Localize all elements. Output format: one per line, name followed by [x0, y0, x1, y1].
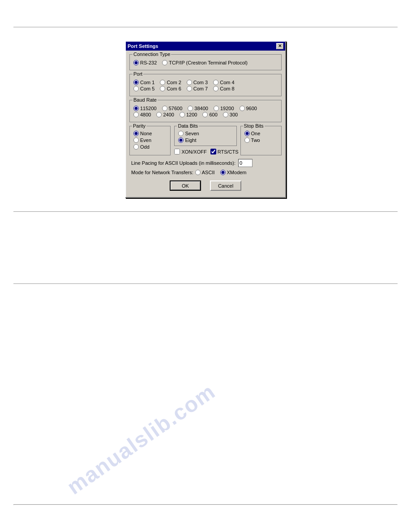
- baud-57600-label: 57600: [169, 106, 183, 111]
- parity-content: None Even Odd: [133, 131, 167, 150]
- baud-38400-option[interactable]: 38400: [188, 106, 208, 111]
- xmodem-mode-label: XModem: [227, 170, 247, 175]
- baud-4800-option[interactable]: 4800: [133, 112, 151, 117]
- tcpip-option[interactable]: TCP/IP (Crestron Terminal Protocol): [162, 60, 248, 65]
- parity-none-option[interactable]: None: [133, 131, 163, 136]
- parity-even-option[interactable]: Even: [133, 137, 163, 143]
- baud-row-2: 4800 2400 1200 600: [133, 112, 278, 117]
- one-stop-label: One: [251, 131, 261, 136]
- baud-9600-option[interactable]: 9600: [240, 106, 257, 111]
- rts-cts-checkbox[interactable]: [210, 149, 216, 154]
- parity-even-label: Even: [140, 137, 151, 143]
- baud-19200-option[interactable]: 19200: [214, 106, 234, 111]
- eight-bits-option[interactable]: Eight: [178, 137, 229, 143]
- xon-xoff-label: XON/XOFF: [181, 149, 206, 154]
- com1-radio[interactable]: [133, 80, 139, 85]
- port-row-2: Com 5 Com 6 Com 7 Com 8: [133, 86, 278, 91]
- ascii-mode-radio[interactable]: [195, 170, 201, 175]
- baud-300-label: 300: [230, 112, 238, 117]
- two-stop-radio[interactable]: [244, 137, 250, 143]
- baud-115200-radio[interactable]: [133, 106, 139, 111]
- parity-none-radio[interactable]: [133, 131, 139, 136]
- baud-2400-option[interactable]: 2400: [156, 112, 174, 117]
- baud-600-option[interactable]: 600: [202, 112, 217, 117]
- rs232-radio[interactable]: [133, 60, 139, 65]
- com4-option[interactable]: Com 4: [213, 80, 234, 85]
- rts-cts-option[interactable]: RTS/CTS: [210, 149, 239, 154]
- baud-600-radio[interactable]: [202, 112, 208, 117]
- parity-even-radio[interactable]: [133, 137, 139, 143]
- baud-4800-radio[interactable]: [133, 112, 139, 117]
- two-stop-option[interactable]: Two: [244, 137, 274, 143]
- com5-label: Com 5: [140, 86, 154, 91]
- baud-57600-option[interactable]: 57600: [162, 106, 183, 111]
- one-stop-option[interactable]: One: [244, 131, 274, 136]
- network-mode-row: Mode for Network Transfers: ASCII XModem: [129, 170, 282, 175]
- com4-radio[interactable]: [213, 80, 218, 85]
- com7-radio[interactable]: [187, 86, 192, 91]
- com5-radio[interactable]: [133, 86, 139, 91]
- baud-19200-radio[interactable]: [214, 106, 219, 111]
- baud-300-option[interactable]: 300: [223, 112, 238, 117]
- databits-flow-col: Data Bits Seven Eight: [174, 126, 238, 155]
- line-pacing-label: Line Pacing for ASCII Uploads (in millis…: [131, 160, 235, 166]
- com7-label: Com 7: [193, 86, 208, 91]
- parity-odd-option[interactable]: Odd: [133, 144, 163, 150]
- com2-radio[interactable]: [160, 80, 165, 85]
- baud-57600-radio[interactable]: [162, 106, 167, 111]
- baud-600-label: 600: [209, 112, 217, 117]
- com3-option[interactable]: Com 3: [187, 80, 208, 85]
- line-pacing-row: Line Pacing for ASCII Uploads (in millis…: [129, 159, 282, 167]
- data-bits-label: Data Bits: [177, 123, 199, 129]
- com3-radio[interactable]: [187, 80, 192, 85]
- connection-type-group: Connection Type RS-232 TCP/IP (Crestron …: [129, 54, 282, 70]
- com2-option[interactable]: Com 2: [160, 80, 181, 85]
- tcpip-radio[interactable]: [162, 60, 167, 65]
- baud-300-radio[interactable]: [223, 112, 228, 117]
- baud-rate-label: Baud Rate: [133, 97, 158, 103]
- xmodem-mode-radio[interactable]: [220, 170, 226, 175]
- baud-9600-radio[interactable]: [240, 106, 245, 111]
- com6-option[interactable]: Com 6: [160, 86, 181, 91]
- tcpip-label: TCP/IP (Crestron Terminal Protocol): [169, 60, 248, 65]
- dialog-titlebar: Port Settings ✕: [126, 42, 285, 51]
- two-stop-label: Two: [251, 137, 260, 143]
- baud-2400-radio[interactable]: [156, 112, 162, 117]
- baud-1200-radio[interactable]: [180, 112, 185, 117]
- xon-xoff-option[interactable]: XON/XOFF: [174, 149, 206, 154]
- com6-label: Com 6: [167, 86, 181, 91]
- ascii-mode-label: ASCII: [202, 170, 215, 175]
- ascii-mode-option[interactable]: ASCII: [195, 170, 215, 175]
- com1-option[interactable]: Com 1: [133, 80, 154, 85]
- close-button[interactable]: ✕: [276, 43, 283, 49]
- baud-19200-label: 19200: [220, 106, 234, 111]
- cancel-button[interactable]: Cancel: [210, 180, 241, 191]
- baud-115200-option[interactable]: 115200: [133, 106, 157, 111]
- port-content: Com 1 Com 2 Com 3 Com 4: [133, 80, 278, 91]
- baud-1200-option[interactable]: 1200: [180, 112, 197, 117]
- port-group: Port Com 1 Com 2 Com 3: [129, 74, 282, 96]
- xon-xoff-checkbox[interactable]: [174, 149, 180, 154]
- one-stop-radio[interactable]: [244, 131, 250, 136]
- com5-option[interactable]: Com 5: [133, 86, 154, 91]
- parity-group: Parity None Even Odd: [129, 126, 171, 155]
- baud-38400-radio[interactable]: [188, 106, 193, 111]
- com6-radio[interactable]: [160, 86, 165, 91]
- seven-bits-option[interactable]: Seven: [178, 131, 229, 136]
- baud-9600-label: 9600: [246, 106, 257, 111]
- com8-option[interactable]: Com 8: [213, 86, 234, 91]
- com1-label: Com 1: [140, 80, 154, 85]
- rs232-option[interactable]: RS-232: [133, 60, 157, 65]
- seven-bits-radio[interactable]: [178, 131, 184, 136]
- com8-radio[interactable]: [213, 86, 218, 91]
- eight-bits-label: Eight: [185, 137, 196, 143]
- line-pacing-input[interactable]: [238, 159, 253, 167]
- port-group-label: Port: [133, 71, 143, 77]
- eight-bits-radio[interactable]: [178, 137, 184, 143]
- ok-button[interactable]: OK: [170, 180, 201, 191]
- parity-databits-stopbits-row: Parity None Even Odd: [129, 126, 282, 155]
- parity-odd-radio[interactable]: [133, 144, 139, 150]
- xmodem-mode-option[interactable]: XModem: [220, 170, 247, 175]
- com7-option[interactable]: Com 7: [187, 86, 208, 91]
- parity-odd-label: Odd: [140, 144, 150, 150]
